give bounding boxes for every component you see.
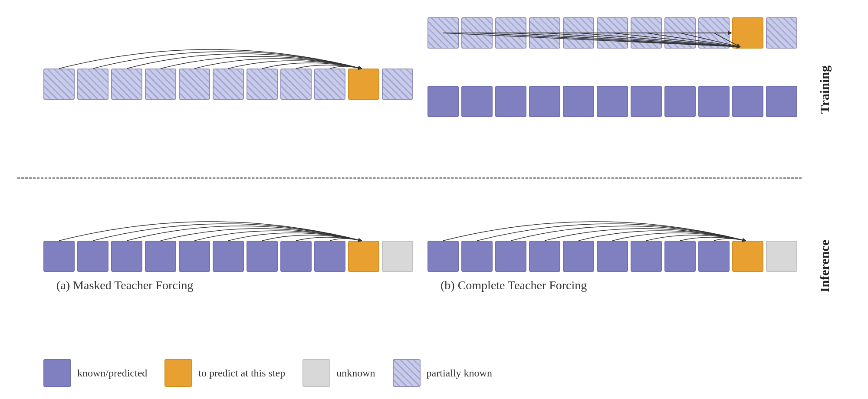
top-blocks-b-train — [427, 17, 797, 49]
block-b-inf-9 — [732, 241, 763, 272]
block-a-train-5 — [213, 69, 244, 100]
block-a-inf-8 — [314, 241, 345, 272]
block-a-train-8 — [314, 69, 345, 100]
block-b-train-top-5 — [597, 17, 628, 49]
block-a-train-6 — [247, 69, 278, 100]
block-b-inf-2 — [495, 241, 526, 272]
divider — [17, 171, 851, 185]
legend-partial: partially known — [393, 359, 492, 387]
block-a-inf-0 — [43, 241, 75, 272]
block-b-inf-10 — [766, 241, 797, 272]
block-a-train-7 — [280, 69, 312, 100]
block-a-train-2 — [111, 69, 142, 100]
block-b-train-bot-7 — [664, 86, 696, 117]
caption-b: (b) Complete Teacher Forcing — [427, 278, 790, 292]
block-a-train-4 — [179, 69, 210, 100]
block-a-inf-2 — [111, 241, 142, 272]
arrows-container-a-train — [43, 26, 406, 100]
training-section: Training — [17, 9, 851, 171]
legend-label-unknown: unknown — [336, 367, 375, 379]
block-b-inf-6 — [631, 241, 662, 272]
block-a-train-0 — [43, 69, 75, 100]
legend: known/predicted to predict at this step … — [17, 351, 851, 395]
block-a-inf-3 — [145, 241, 176, 272]
blocks-row-a-train — [43, 69, 413, 100]
caption-a: (a) Masked Teacher Forcing — [43, 278, 406, 292]
blocks-row-a-inf — [43, 241, 413, 272]
block-b-train-top-2 — [495, 17, 526, 49]
block-b-train-bot-5 — [597, 86, 628, 117]
block-b-train-top-6 — [631, 17, 662, 49]
block-a-train-10 — [382, 69, 413, 100]
block-b-train-bot-0 — [427, 86, 459, 117]
arrows-container-b-inf — [427, 198, 790, 272]
block-b-train-bot-3 — [529, 86, 560, 117]
legend-block-partial — [393, 359, 421, 387]
block-b-train-top-4 — [563, 17, 594, 49]
block-a-inf-1 — [77, 241, 108, 272]
block-b-train-top-10 — [766, 17, 797, 49]
block-a-train-1 — [77, 69, 108, 100]
block-b-train-bot-4 — [563, 86, 594, 117]
arrows-container-a-inf — [43, 198, 406, 272]
block-a-train-3 — [145, 69, 176, 100]
block-b-train-bot-1 — [461, 86, 493, 117]
block-b-train-top-3 — [529, 17, 560, 49]
block-b-train-bot-10 — [766, 86, 797, 117]
inference-section: (a) Masked Teacher Forcing — [17, 185, 851, 347]
block-b-inf-1 — [461, 241, 493, 272]
training-label-col: Training — [799, 9, 851, 171]
block-b-inf-0 — [427, 241, 459, 272]
main-container: Training — [0, 0, 868, 399]
legend-target: to predict at this step — [164, 359, 285, 387]
legend-known: known/predicted — [43, 359, 147, 387]
legend-label-partial: partially known — [427, 367, 492, 379]
blocks-row-b-inf — [427, 241, 797, 272]
block-a-inf-10 — [382, 241, 413, 272]
block-b-train-bot-2 — [495, 86, 526, 117]
block-b-inf-4 — [563, 241, 594, 272]
block-b-inf-3 — [529, 241, 560, 272]
block-b-train-bot-9 — [732, 86, 763, 117]
training-label: Training — [817, 65, 832, 114]
block-b-train-top-7 — [664, 17, 696, 49]
legend-unknown: unknown — [302, 359, 375, 387]
block-a-inf-7 — [280, 241, 312, 272]
inference-label-col: Inference — [799, 185, 851, 347]
bottom-blocks-b-train — [427, 86, 797, 117]
dashed-divider — [17, 177, 802, 179]
block-b-train-bot-6 — [631, 86, 662, 117]
block-b-train-top-9 — [732, 17, 763, 49]
block-a-train-9 — [348, 69, 379, 100]
block-a-inf-6 — [247, 241, 278, 272]
legend-label-target: to predict at this step — [198, 367, 285, 379]
panel-a-training — [17, 9, 414, 171]
block-a-inf-5 — [213, 241, 244, 272]
panel-b-inference: (b) Complete Teacher Forcing — [414, 185, 799, 347]
block-b-train-top-8 — [698, 17, 730, 49]
panel-a-inference: (a) Masked Teacher Forcing — [17, 185, 414, 347]
block-a-inf-4 — [179, 241, 210, 272]
block-b-inf-7 — [664, 241, 696, 272]
block-b-train-bot-8 — [698, 86, 730, 117]
inference-label: Inference — [817, 240, 832, 292]
legend-label-known: known/predicted — [77, 367, 147, 379]
panel-b-training — [414, 9, 799, 171]
legend-block-known — [43, 359, 71, 387]
legend-block-target — [164, 359, 192, 387]
block-b-train-top-1 — [461, 17, 493, 49]
block-b-inf-5 — [597, 241, 628, 272]
legend-block-unknown — [302, 359, 330, 387]
block-a-inf-9 — [348, 241, 379, 272]
block-b-inf-8 — [698, 241, 730, 272]
block-b-train-top-0 — [427, 17, 459, 49]
